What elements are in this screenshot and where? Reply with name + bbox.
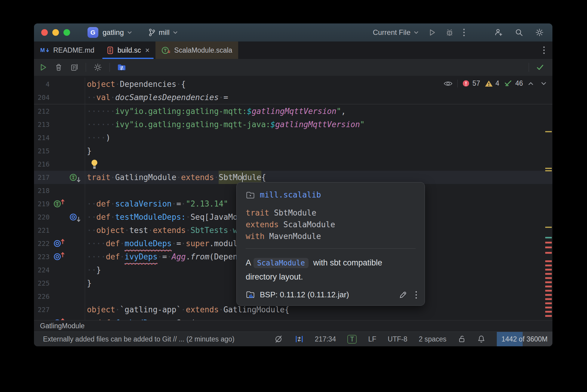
stripe-mark[interactable] [545,277,552,279]
line-number[interactable]: 222 [34,240,50,247]
eye-off-icon[interactable] [274,335,284,344]
code-text[interactable]: object·Dependencies·{ [85,78,186,91]
stripe-mark[interactable] [545,237,552,238]
code-editor[interactable]: 212······ivy"io.gatling:gatling-mqtt:$ga… [34,76,552,320]
stripe-mark[interactable] [545,302,552,304]
stripe-mark[interactable] [545,307,552,308]
code-text[interactable]: trait·GatlingModule·extends·SbtModule{ [85,171,266,184]
line-number[interactable]: 218 [34,187,50,194]
code-text[interactable]: ··def·scalaVersion·=·"2.13.14" [85,197,228,210]
type-aware-highlighting-badge[interactable]: T [347,335,357,344]
code-line-228[interactable]: 228··def·forkedDeps·=·Seq( [34,316,552,320]
stripe-mark[interactable] [545,290,552,292]
caret-position[interactable]: 217:34 [315,335,336,343]
line-number[interactable]: 228 [34,319,50,320]
gutter-icons[interactable] [53,253,66,261]
add-user-icon[interactable] [494,28,503,37]
line-number[interactable]: 224 [34,266,50,274]
line-number[interactable]: 4 [34,81,50,88]
stripe-mark[interactable] [545,170,552,171]
file-encoding[interactable]: UTF-8 [388,335,407,343]
line-number[interactable]: 213 [34,121,50,128]
line-number[interactable]: 217 [34,174,50,181]
sync-icon[interactable] [295,335,303,344]
code-chip[interactable]: ScalaModule [254,258,309,268]
code-line-204[interactable]: 204··val·docSamplesDependencies·= [34,91,552,104]
code-line-213[interactable]: 213······ivy"io.gatling:gatling-mqtt-jav… [34,118,552,131]
trash-icon[interactable] [54,63,63,72]
folder-sync-icon[interactable] [117,63,127,72]
stripe-mark[interactable] [545,286,552,287]
code-text[interactable]: ··def·forkedDeps·=·Seq( [85,316,195,320]
line-number[interactable]: 220 [34,213,50,221]
search-icon[interactable] [515,28,524,37]
eye-icon[interactable] [443,80,453,87]
run-icon[interactable] [39,63,47,72]
line-number[interactable]: 215 [34,147,50,155]
popup-package[interactable]: mill.scalalib [260,190,321,199]
code-text[interactable]: ··} [85,263,101,277]
gutter-icons[interactable] [69,213,82,221]
copy-icon[interactable] [70,63,78,72]
code-text[interactable]: ······ivy"io.gatling:gatling-mqtt:$gatli… [85,105,346,118]
stripe-mark[interactable] [545,269,552,271]
line-number[interactable]: 225 [34,280,50,287]
line-number[interactable]: 212 [34,108,50,115]
line-number[interactable]: 214 [34,134,50,142]
project-widget[interactable]: gatling [103,28,132,37]
line-number[interactable]: 227 [34,306,50,314]
line-number[interactable]: 223 [34,253,50,261]
zoom-window-button[interactable] [63,29,70,36]
stripe-mark[interactable] [545,168,552,169]
stripe-mark[interactable] [545,260,552,262]
code-line-216[interactable]: 216 [34,158,552,171]
chevron-up-icon[interactable] [527,81,534,86]
code-line-212[interactable]: 212······ivy"io.gatling:gatling-mqtt:$ga… [34,105,552,118]
gutter-icons[interactable] [53,200,66,208]
stripe-mark[interactable] [545,242,552,243]
line-number[interactable]: 219 [34,200,50,208]
stripe-mark[interactable] [545,273,552,275]
code-text[interactable]: ····def·moduleDeps·=·super.moduleD [85,237,247,250]
code-text[interactable]: } [85,277,92,290]
gear-icon[interactable] [93,63,102,72]
close-icon[interactable]: × [145,47,150,54]
gutter-icons[interactable] [69,173,82,182]
stripe-mark[interactable] [545,227,552,228]
tab-options-icon[interactable] [543,45,545,55]
close-window-button[interactable] [41,29,48,36]
inspections-widget[interactable]: 57 4 46 [443,79,547,87]
settings-gear-icon[interactable] [535,28,544,37]
code-text[interactable]: ··val·docSamplesDependencies·= [85,91,228,104]
line-number[interactable]: 204 [34,94,50,101]
stripe-mark[interactable] [545,298,552,300]
line-number[interactable]: 221 [34,227,50,234]
stripe-mark[interactable] [545,252,552,254]
memory-indicator[interactable]: 1442 of 3600M [497,332,552,346]
bell-icon[interactable] [477,335,485,344]
stripe-mark[interactable] [545,131,552,132]
tab-scalamodule[interactable]: ScalaModule.scala [155,41,238,59]
stripe-mark[interactable] [545,247,552,248]
lock-open-icon[interactable] [458,335,466,343]
code-line-215[interactable]: 215} [34,144,552,158]
vcs-widget[interactable]: mill [148,28,178,37]
intention-bulb[interactable] [91,159,98,169]
lightbulb-icon[interactable] [91,159,98,169]
code-text[interactable]: ····def·ivyDeps·=·Agg.from(Depende [85,250,247,263]
gutter-icons[interactable] [53,240,66,248]
code-text[interactable]: } [85,144,92,158]
stripe-mark[interactable] [545,315,552,317]
code-line-214[interactable]: 214····) [34,131,552,144]
vcs-status-message[interactable]: Externally added files can be added to G… [43,335,235,343]
kebab-icon[interactable] [415,290,417,299]
stripe-mark[interactable] [545,294,552,296]
line-separator[interactable]: LF [368,335,376,343]
gutter-icons[interactable] [53,319,66,320]
more-options-icon[interactable] [463,28,465,37]
project-icon[interactable]: G [88,27,98,38]
stripe-mark[interactable] [545,281,552,283]
line-number[interactable]: 226 [34,293,50,300]
tab-build-sc[interactable]: build.sc × [100,41,156,59]
code-text[interactable] [85,159,98,169]
